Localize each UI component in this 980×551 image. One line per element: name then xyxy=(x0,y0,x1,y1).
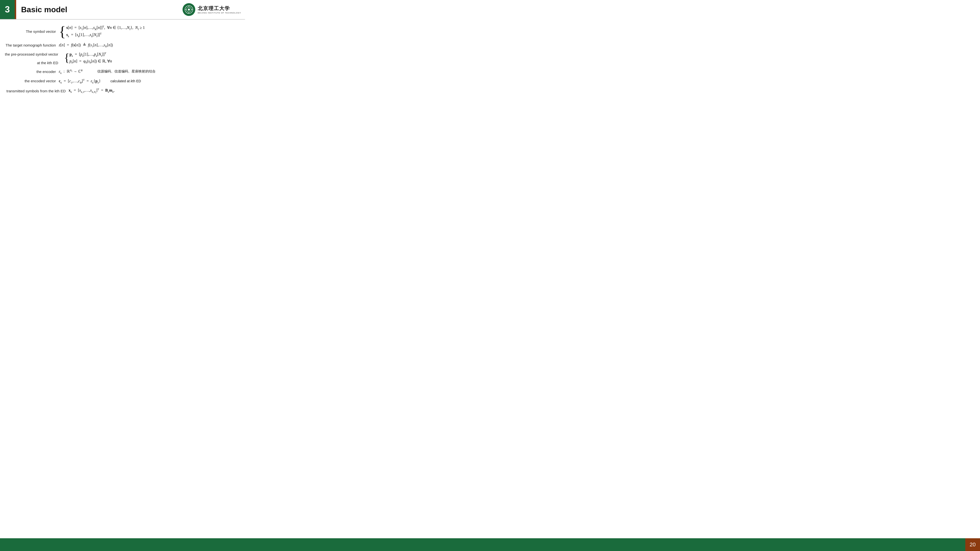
small-brace-system: { pk = [pk[1],…,pk[Nf]]T pk[n] = φk(sk[n… xyxy=(64,52,112,64)
label-encoder: the encoder xyxy=(5,70,59,74)
brace-equations-1: s[n] = [s1[n],…,sK[n]]T, ∀n ∈ {1,…,Nf}, … xyxy=(67,25,145,38)
brace-system-1: { s[n] = [s1[n],…,sK[n]]T, ∀n ∈ {1,…,Nf}… xyxy=(59,24,145,39)
row-encoder: the encoder εk : ℝNf → ℂB 信源编码、信道编码、星座映射… xyxy=(5,69,240,75)
university-logo: 北京理工大学 BEIJING INSTITUTE OF TECHNOLOGY xyxy=(183,0,245,19)
en-note-encoded: calculated at kth ED xyxy=(110,79,141,83)
row-transmitted: transmitted symbols from the kth ED xk =… xyxy=(5,88,240,94)
eq-symbol-1: s[n] = [s1[n],…,sK[n]]T, ∀n ∈ {1,…,Nf}, … xyxy=(67,25,145,30)
label-symbol-vector: The symbol vector xyxy=(5,29,59,33)
eq-nomograph: z[n] = f(s[n]) ≜ f(s1[n],…,sK[n]) xyxy=(59,43,113,48)
slide-number: 3 xyxy=(5,5,10,15)
slide-number-box: 3 xyxy=(0,0,15,19)
slide-title: Basic model xyxy=(21,5,67,14)
label-preprocessed: the pre-processed symbol vector xyxy=(5,52,61,56)
label-kth-ed: at the kth ED xyxy=(5,61,61,65)
eq-symbol-2: sk = [sk[1],…,sk[Nf]]T xyxy=(67,32,145,38)
label-encoded-vector: the encoded vector xyxy=(5,79,59,83)
cn-note-encoder: 信源编码、信道编码、星座映射的结合 xyxy=(97,69,156,74)
eq-transmitted: xk = [xk,1,…,xk,Nt]T = Bkmk, xyxy=(68,88,115,94)
row-symbol-vector: The symbol vector { s[n] = [s1[n],…,sK[n… xyxy=(5,24,240,39)
big-brace-1: { xyxy=(59,24,66,39)
slide-header: 3 Basic model 北京理工大学 BEIJING INSTITUTE O… xyxy=(0,0,245,20)
row-preprocessed: the pre-processed symbol vector at the k… xyxy=(5,52,240,65)
eq-encoder: εk : ℝNf → ℂB xyxy=(59,69,83,75)
eq-pk-2: pk[n] = φk(sk[n]) ∈ ℝ, ∀n xyxy=(70,59,112,64)
row-encoded-vector: the encoded vector ck = [c1,…,cB]T = εk{… xyxy=(5,78,240,84)
slide-content: The symbol vector { s[n] = [s1[n],…,sK[n… xyxy=(0,20,245,97)
small-brace: { xyxy=(64,52,70,64)
logo-english: BEIJING INSTITUTE OF TECHNOLOGY xyxy=(198,12,241,14)
preprocessed-eqs: pk = [pk[1],…,pk[Nf]]T pk[n] = φk(sk[n])… xyxy=(70,52,112,64)
label-transmitted: transmitted symbols from the kth ED xyxy=(5,89,68,93)
header-title-box: Basic model xyxy=(16,0,183,19)
label-nomograph: The target nomograph function xyxy=(5,43,59,47)
logo-text: 北京理工大学 BEIJING INSTITUTE OF TECHNOLOGY xyxy=(198,5,241,14)
row-nomograph: The target nomograph function z[n] = f(s… xyxy=(5,43,240,48)
logo-chinese: 北京理工大学 xyxy=(198,5,230,12)
eq-encoded-vector: ck = [c1,…,cB]T = εk{pk} xyxy=(59,78,101,84)
logo-icon xyxy=(183,3,195,16)
eq-pk-1: pk = [pk[1],…,pk[Nf]]T xyxy=(70,52,112,57)
svg-point-2 xyxy=(188,9,190,11)
